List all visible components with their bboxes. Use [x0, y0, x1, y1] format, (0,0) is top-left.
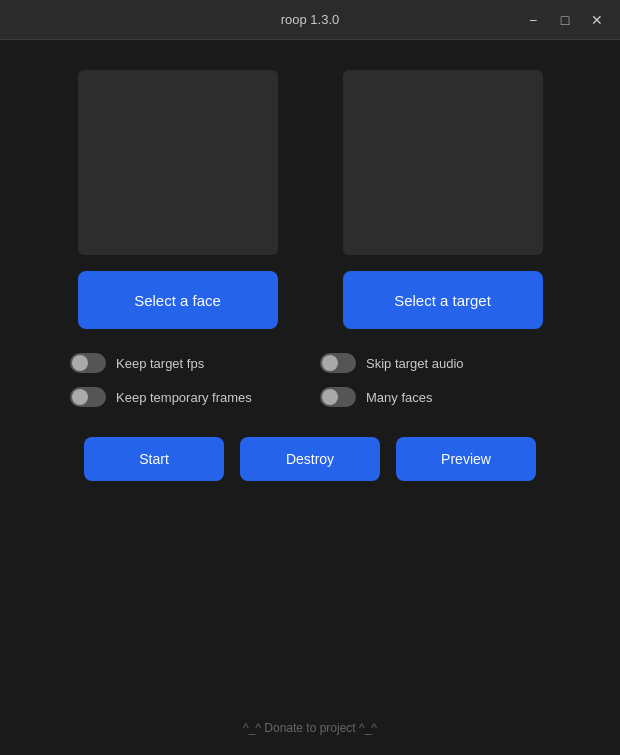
skip-audio-toggle[interactable]: [320, 353, 356, 373]
donate-text: ^_^ Donate to project ^_^: [243, 721, 377, 735]
title-bar: roop 1.3.0 − □ ✕: [0, 0, 620, 40]
right-panel: Select a target: [325, 70, 560, 329]
keep-frames-option: Keep temporary frames: [70, 387, 300, 407]
start-button[interactable]: Start: [84, 437, 224, 481]
options-row-2: Keep temporary frames Many faces: [70, 387, 550, 407]
face-preview-box: [78, 70, 278, 255]
preview-button[interactable]: Preview: [396, 437, 536, 481]
panels-row: Select a face Select a target: [60, 70, 560, 329]
keep-fps-toggle[interactable]: [70, 353, 106, 373]
options-section: Keep target fps Skip target audio Keep t…: [60, 353, 560, 407]
main-content: Select a face Select a target Keep targe…: [0, 40, 620, 511]
many-faces-toggle[interactable]: [320, 387, 356, 407]
window-controls: − □ ✕: [520, 7, 610, 33]
select-target-button[interactable]: Select a target: [343, 271, 543, 329]
keep-fps-label: Keep target fps: [116, 356, 204, 371]
keep-frames-toggle[interactable]: [70, 387, 106, 407]
action-buttons-row: Start Destroy Preview: [60, 437, 560, 481]
maximize-button[interactable]: □: [552, 7, 578, 33]
many-faces-label: Many faces: [366, 390, 432, 405]
options-row-1: Keep target fps Skip target audio: [70, 353, 550, 373]
destroy-button[interactable]: Destroy: [240, 437, 380, 481]
footer: ^_^ Donate to project ^_^: [0, 721, 620, 735]
left-panel: Select a face: [60, 70, 295, 329]
skip-audio-option: Skip target audio: [320, 353, 550, 373]
keep-frames-label: Keep temporary frames: [116, 390, 252, 405]
target-preview-box: [343, 70, 543, 255]
minimize-button[interactable]: −: [520, 7, 546, 33]
skip-audio-label: Skip target audio: [366, 356, 464, 371]
close-button[interactable]: ✕: [584, 7, 610, 33]
keep-fps-option: Keep target fps: [70, 353, 300, 373]
app-title: roop 1.3.0: [281, 12, 340, 27]
many-faces-option: Many faces: [320, 387, 550, 407]
select-face-button[interactable]: Select a face: [78, 271, 278, 329]
